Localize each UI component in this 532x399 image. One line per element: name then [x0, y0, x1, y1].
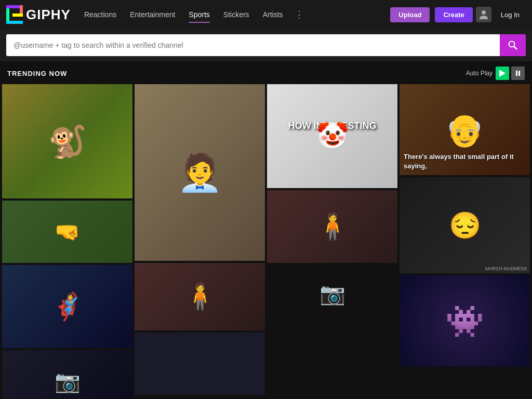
gif-bottom3[interactable] [267, 265, 397, 322]
logo[interactable]: GIPHY [6, 5, 71, 24]
gif-watermark: MARCH MADNESS [485, 266, 527, 271]
svg-line-7 [514, 47, 517, 50]
login-button[interactable]: Log In [495, 7, 526, 22]
play-button[interactable] [496, 66, 509, 80]
gif-alien[interactable] [400, 275, 530, 366]
gif-superhero[interactable] [2, 265, 132, 348]
gif-bottom1[interactable] [2, 350, 132, 399]
create-button[interactable]: Create [435, 7, 472, 22]
gif-dwayne[interactable] [2, 201, 132, 263]
nav-sports[interactable]: Sports [183, 7, 215, 22]
nav-artists[interactable]: Artists [258, 7, 288, 22]
gif-column-1 [2, 84, 132, 399]
gif-clown[interactable]: HOW INTERESTING [267, 84, 397, 188]
gif-column-3: HOW INTERESTING [267, 84, 397, 399]
search-container [6, 34, 526, 56]
gif-column-4: There's always that small part of it say… [400, 84, 530, 399]
gif-office[interactable] [135, 84, 265, 261]
nav-stickers[interactable]: Stickers [218, 7, 255, 22]
gif-monkey[interactable] [2, 84, 132, 198]
gif-bottom2[interactable] [135, 332, 265, 395]
svg-rect-3 [6, 21, 23, 24]
gif-man-glasses[interactable]: There's always that small part of it say… [400, 84, 530, 175]
nav-reactions[interactable]: Reactions [79, 7, 122, 22]
search-bar [0, 29, 532, 61]
autoplay-label: Auto Play [466, 70, 493, 77]
trending-label: TRENDING NOW [7, 70, 67, 77]
there-always-text: There's always that small part of it say… [404, 152, 530, 171]
search-input[interactable] [6, 34, 500, 56]
search-icon [508, 40, 518, 50]
pause-icon [516, 71, 520, 76]
gif-man-red[interactable] [135, 263, 265, 330]
pause-button[interactable] [511, 66, 525, 80]
nav-entertainment[interactable]: Entertainment [125, 7, 180, 22]
more-nav-icon[interactable]: ⋮ [291, 9, 307, 20]
play-triangle-icon [499, 70, 506, 77]
search-button[interactable] [500, 34, 526, 56]
upload-button[interactable]: Upload [390, 7, 430, 22]
autoplay-row [496, 66, 525, 80]
user-icon[interactable] [476, 7, 491, 22]
svg-point-6 [509, 42, 515, 47]
autoplay-controls: Auto Play [466, 66, 525, 80]
person-icon [480, 10, 488, 19]
giphy-logo-icon [6, 5, 23, 24]
logo-text: GIPHY [26, 7, 71, 23]
gif-column-2 [135, 84, 265, 399]
how-interesting-text: HOW INTERESTING [288, 121, 377, 131]
gif-grid: HOW INTERESTING There's always that smal… [0, 84, 532, 399]
svg-rect-4 [12, 14, 23, 17]
gif-man-face[interactable]: MARCH MADNESS [400, 177, 530, 273]
header: GIPHY Reactions Entertainment Sports Sti… [0, 0, 532, 29]
trending-header: TRENDING NOW Auto Play [0, 61, 532, 84]
gif-man-red-2[interactable] [267, 190, 397, 263]
svg-point-5 [482, 10, 486, 15]
